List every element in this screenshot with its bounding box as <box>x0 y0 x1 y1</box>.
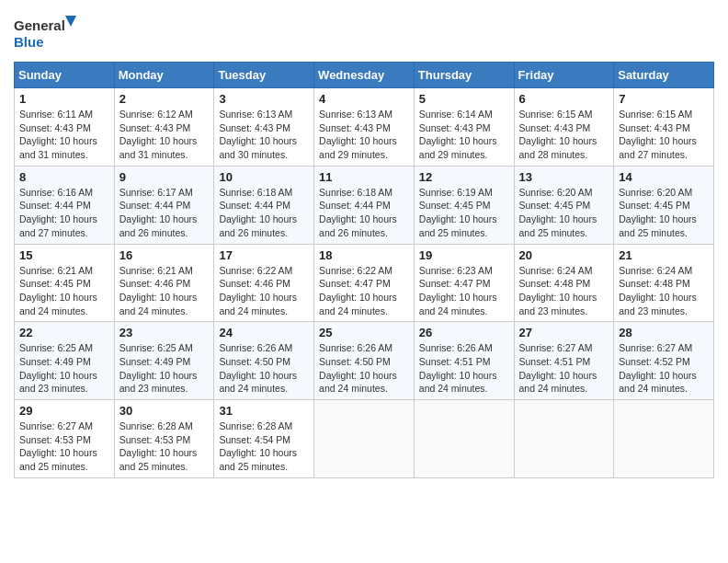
day-header-saturday: Saturday <box>614 63 714 88</box>
day-number: 4 <box>319 92 409 106</box>
day-number: 1 <box>19 92 109 106</box>
day-cell-13: 13 Sunrise: 6:20 AM Sunset: 4:45 PM Dayl… <box>514 166 614 244</box>
day-number: 18 <box>319 248 409 262</box>
calendar-week-4: 22 Sunrise: 6:25 AM Sunset: 4:49 PM Dayl… <box>15 322 714 400</box>
day-cell-8: 8 Sunrise: 6:16 AM Sunset: 4:44 PM Dayli… <box>15 166 115 244</box>
day-cell-24: 24 Sunrise: 6:26 AM Sunset: 4:50 PM Dayl… <box>214 322 314 400</box>
day-cell-23: 23 Sunrise: 6:25 AM Sunset: 4:49 PM Dayl… <box>114 322 214 400</box>
calendar-week-1: 1 Sunrise: 6:11 AM Sunset: 4:43 PM Dayli… <box>15 88 714 167</box>
day-cell-22: 22 Sunrise: 6:25 AM Sunset: 4:49 PM Dayl… <box>15 322 115 400</box>
day-cell-26: 26 Sunrise: 6:26 AM Sunset: 4:51 PM Dayl… <box>414 322 514 400</box>
day-cell-14: 14 Sunrise: 6:20 AM Sunset: 4:45 PM Dayl… <box>614 166 714 244</box>
day-info: Sunrise: 6:20 AM Sunset: 4:45 PM Dayligh… <box>519 186 609 240</box>
day-info: Sunrise: 6:28 AM Sunset: 4:53 PM Dayligh… <box>119 419 210 474</box>
day-number: 23 <box>119 326 210 339</box>
day-number: 20 <box>519 248 609 262</box>
day-cell-28: 28 Sunrise: 6:27 AM Sunset: 4:52 PM Dayl… <box>614 322 714 400</box>
calendar-week-3: 15 Sunrise: 6:21 AM Sunset: 4:45 PM Dayl… <box>15 244 714 322</box>
day-number: 24 <box>219 326 309 339</box>
svg-marker-2 <box>65 16 76 27</box>
day-number: 29 <box>19 404 109 418</box>
day-info: Sunrise: 6:21 AM Sunset: 4:46 PM Dayligh… <box>119 264 210 318</box>
day-number: 5 <box>419 92 509 106</box>
day-info: Sunrise: 6:23 AM Sunset: 4:47 PM Dayligh… <box>419 264 509 318</box>
day-cell-4: 4 Sunrise: 6:13 AM Sunset: 4:43 PM Dayli… <box>314 88 415 167</box>
day-info: Sunrise: 6:26 AM Sunset: 4:51 PM Dayligh… <box>419 341 509 396</box>
day-number: 3 <box>219 92 309 106</box>
day-info: Sunrise: 6:26 AM Sunset: 4:50 PM Dayligh… <box>219 341 309 396</box>
day-cell-2: 2 Sunrise: 6:12 AM Sunset: 4:43 PM Dayli… <box>114 88 214 167</box>
empty-cell <box>514 400 614 478</box>
day-number: 22 <box>19 326 109 339</box>
day-cell-18: 18 Sunrise: 6:22 AM Sunset: 4:47 PM Dayl… <box>314 244 415 322</box>
day-number: 12 <box>419 170 509 184</box>
day-number: 14 <box>619 170 709 184</box>
day-number: 16 <box>119 248 210 262</box>
day-number: 25 <box>319 326 409 339</box>
day-info: Sunrise: 6:21 AM Sunset: 4:45 PM Dayligh… <box>19 264 109 318</box>
day-info: Sunrise: 6:14 AM Sunset: 4:43 PM Dayligh… <box>419 108 509 162</box>
day-info: Sunrise: 6:28 AM Sunset: 4:54 PM Dayligh… <box>219 419 309 474</box>
day-info: Sunrise: 6:13 AM Sunset: 4:43 PM Dayligh… <box>319 108 409 162</box>
day-cell-9: 9 Sunrise: 6:17 AM Sunset: 4:44 PM Dayli… <box>114 166 214 244</box>
day-cell-7: 7 Sunrise: 6:15 AM Sunset: 4:43 PM Dayli… <box>614 88 714 167</box>
day-cell-10: 10 Sunrise: 6:18 AM Sunset: 4:44 PM Dayl… <box>214 166 314 244</box>
day-header-friday: Friday <box>514 63 614 88</box>
day-number: 17 <box>219 248 309 262</box>
day-cell-25: 25 Sunrise: 6:26 AM Sunset: 4:50 PM Dayl… <box>314 322 415 400</box>
day-header-wednesday: Wednesday <box>314 63 415 88</box>
day-info: Sunrise: 6:25 AM Sunset: 4:49 PM Dayligh… <box>19 341 109 396</box>
day-number: 31 <box>219 404 309 418</box>
day-cell-11: 11 Sunrise: 6:18 AM Sunset: 4:44 PM Dayl… <box>314 166 415 244</box>
day-cell-16: 16 Sunrise: 6:21 AM Sunset: 4:46 PM Dayl… <box>114 244 214 322</box>
day-info: Sunrise: 6:22 AM Sunset: 4:46 PM Dayligh… <box>219 264 309 318</box>
day-info: Sunrise: 6:17 AM Sunset: 4:44 PM Dayligh… <box>119 186 210 240</box>
day-number: 11 <box>319 170 409 184</box>
day-info: Sunrise: 6:27 AM Sunset: 4:53 PM Dayligh… <box>19 419 109 474</box>
day-cell-21: 21 Sunrise: 6:24 AM Sunset: 4:48 PM Dayl… <box>614 244 714 322</box>
day-info: Sunrise: 6:24 AM Sunset: 4:48 PM Dayligh… <box>519 264 609 318</box>
day-header-tuesday: Tuesday <box>214 63 314 88</box>
day-info: Sunrise: 6:22 AM Sunset: 4:47 PM Dayligh… <box>319 264 409 318</box>
day-cell-12: 12 Sunrise: 6:19 AM Sunset: 4:45 PM Dayl… <box>414 166 514 244</box>
day-cell-30: 30 Sunrise: 6:28 AM Sunset: 4:53 PM Dayl… <box>114 400 214 478</box>
day-number: 2 <box>119 92 210 106</box>
day-cell-6: 6 Sunrise: 6:15 AM Sunset: 4:43 PM Dayli… <box>514 88 614 167</box>
day-cell-3: 3 Sunrise: 6:13 AM Sunset: 4:43 PM Dayli… <box>214 88 314 167</box>
day-cell-29: 29 Sunrise: 6:27 AM Sunset: 4:53 PM Dayl… <box>15 400 115 478</box>
day-cell-5: 5 Sunrise: 6:14 AM Sunset: 4:43 PM Dayli… <box>414 88 514 167</box>
day-number: 9 <box>119 170 210 184</box>
day-info: Sunrise: 6:13 AM Sunset: 4:43 PM Dayligh… <box>219 108 309 162</box>
day-cell-20: 20 Sunrise: 6:24 AM Sunset: 4:48 PM Dayl… <box>514 244 614 322</box>
logo: General Blue <box>14 14 78 52</box>
day-info: Sunrise: 6:19 AM Sunset: 4:45 PM Dayligh… <box>419 186 509 240</box>
day-info: Sunrise: 6:16 AM Sunset: 4:44 PM Dayligh… <box>19 186 109 240</box>
page-header: General Blue <box>14 14 714 52</box>
day-info: Sunrise: 6:15 AM Sunset: 4:43 PM Dayligh… <box>619 108 709 162</box>
day-header-sunday: Sunday <box>15 63 115 88</box>
day-info: Sunrise: 6:18 AM Sunset: 4:44 PM Dayligh… <box>319 186 409 240</box>
day-cell-15: 15 Sunrise: 6:21 AM Sunset: 4:45 PM Dayl… <box>15 244 115 322</box>
day-info: Sunrise: 6:27 AM Sunset: 4:52 PM Dayligh… <box>619 341 709 396</box>
calendar-table: SundayMondayTuesdayWednesdayThursdayFrid… <box>14 62 714 478</box>
day-info: Sunrise: 6:15 AM Sunset: 4:43 PM Dayligh… <box>519 108 609 162</box>
logo-svg: General Blue <box>14 14 78 52</box>
day-info: Sunrise: 6:11 AM Sunset: 4:43 PM Dayligh… <box>19 108 109 162</box>
day-info: Sunrise: 6:20 AM Sunset: 4:45 PM Dayligh… <box>619 186 709 240</box>
day-info: Sunrise: 6:12 AM Sunset: 4:43 PM Dayligh… <box>119 108 210 162</box>
day-info: Sunrise: 6:27 AM Sunset: 4:51 PM Dayligh… <box>519 341 609 396</box>
day-header-monday: Monday <box>114 63 214 88</box>
day-number: 26 <box>419 326 509 339</box>
day-info: Sunrise: 6:24 AM Sunset: 4:48 PM Dayligh… <box>619 264 709 318</box>
empty-cell <box>314 400 415 478</box>
empty-cell <box>614 400 714 478</box>
day-cell-27: 27 Sunrise: 6:27 AM Sunset: 4:51 PM Dayl… <box>514 322 614 400</box>
day-number: 30 <box>119 404 210 418</box>
day-info: Sunrise: 6:25 AM Sunset: 4:49 PM Dayligh… <box>119 341 210 396</box>
day-cell-17: 17 Sunrise: 6:22 AM Sunset: 4:46 PM Dayl… <box>214 244 314 322</box>
calendar-week-5: 29 Sunrise: 6:27 AM Sunset: 4:53 PM Dayl… <box>15 400 714 478</box>
day-info: Sunrise: 6:26 AM Sunset: 4:50 PM Dayligh… <box>319 341 409 396</box>
day-number: 27 <box>519 326 609 339</box>
day-cell-1: 1 Sunrise: 6:11 AM Sunset: 4:43 PM Dayli… <box>15 88 115 167</box>
day-number: 7 <box>619 92 709 106</box>
